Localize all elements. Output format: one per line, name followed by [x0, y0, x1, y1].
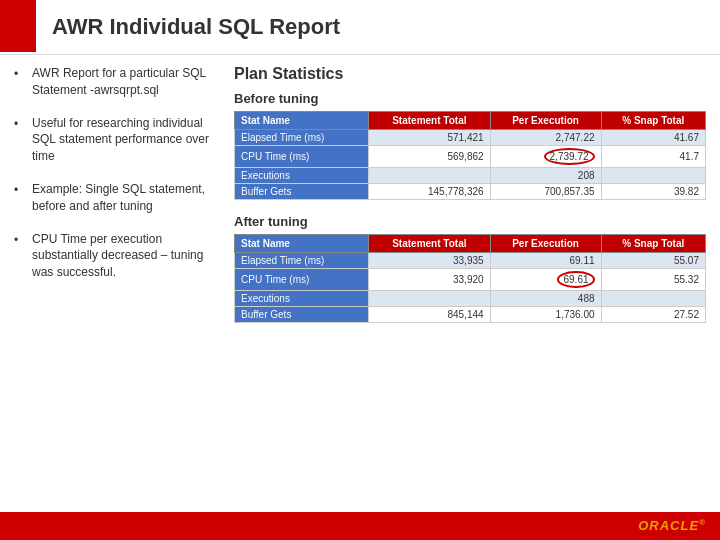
table-row: 41.7: [601, 146, 705, 168]
table-row: 55.32: [601, 269, 705, 291]
table-row: 2,739.72: [490, 146, 601, 168]
table-row: 2,747.22: [490, 130, 601, 146]
table-row: Executions: [235, 168, 369, 184]
oracle-logo: ORACLE®: [638, 518, 706, 533]
list-item: • Useful for researching individual SQL …: [14, 115, 214, 165]
before-tuning-subtitle: Before tuning: [234, 91, 706, 106]
bullet-text: AWR Report for a particular SQL Statemen…: [32, 65, 214, 99]
table-row: 208: [490, 168, 601, 184]
bullet-icon: •: [14, 232, 26, 281]
col-header-stmt-total: Statement Total: [369, 112, 490, 130]
right-panel: Plan Statistics Before tuning Stat Name …: [234, 65, 706, 337]
list-item: • AWR Report for a particular SQL Statem…: [14, 65, 214, 99]
table-row: 1,736.00: [490, 307, 601, 323]
footer-bar: ORACLE®: [0, 512, 720, 540]
table-row: Buffer Gets: [235, 307, 369, 323]
table-row: [601, 291, 705, 307]
table-row: CPU Time (ms): [235, 146, 369, 168]
table-row: 27.52: [601, 307, 705, 323]
page-title: AWR Individual SQL Report: [0, 0, 720, 55]
col-header-stmt-total-2: Statement Total: [369, 235, 490, 253]
table-row: 488: [490, 291, 601, 307]
table-row: 69.61: [490, 269, 601, 291]
col-header-stat-name-2: Stat Name: [235, 235, 369, 253]
table-row: [369, 168, 490, 184]
table-row: [601, 168, 705, 184]
bullet-icon: •: [14, 116, 26, 165]
bullet-icon: •: [14, 182, 26, 215]
table-row: [369, 291, 490, 307]
col-header-stat-name: Stat Name: [235, 112, 369, 130]
table-row: 55.07: [601, 253, 705, 269]
after-tuning-subtitle: After tuning: [234, 214, 706, 229]
table-row: 41.67: [601, 130, 705, 146]
table-row: CPU Time (ms): [235, 269, 369, 291]
col-header-per-exec-2: Per Execution: [490, 235, 601, 253]
after-tuning-table: Stat Name Statement Total Per Execution …: [234, 234, 706, 323]
col-header-per-exec: Per Execution: [490, 112, 601, 130]
table-row: 845,144: [369, 307, 490, 323]
table-row: 700,857.35: [490, 184, 601, 200]
table-row: 145,778,326: [369, 184, 490, 200]
table-row: Elapsed Time (ms): [235, 130, 369, 146]
col-header-snap-total-2: % Snap Total: [601, 235, 705, 253]
section-title: Plan Statistics: [234, 65, 706, 83]
before-tuning-table: Stat Name Statement Total Per Execution …: [234, 111, 706, 200]
table-row: 33,935: [369, 253, 490, 269]
table-row: 39.82: [601, 184, 705, 200]
bullet-text: Example: Single SQL statement, before an…: [32, 181, 214, 215]
content-area: • AWR Report for a particular SQL Statem…: [0, 55, 720, 347]
table-row: 69.11: [490, 253, 601, 269]
red-accent: [0, 0, 36, 52]
left-panel: • AWR Report for a particular SQL Statem…: [14, 65, 214, 337]
table-row: Executions: [235, 291, 369, 307]
col-header-snap-total: % Snap Total: [601, 112, 705, 130]
bullet-icon: •: [14, 66, 26, 99]
bullet-text: CPU Time per execution substantially dec…: [32, 231, 214, 281]
list-item: • Example: Single SQL statement, before …: [14, 181, 214, 215]
bullet-text: Useful for researching individual SQL st…: [32, 115, 214, 165]
list-item: • CPU Time per execution substantially d…: [14, 231, 214, 281]
table-row: Buffer Gets: [235, 184, 369, 200]
table-row: 571,421: [369, 130, 490, 146]
table-row: Elapsed Time (ms): [235, 253, 369, 269]
table-row: 569,862: [369, 146, 490, 168]
table-row: 33,920: [369, 269, 490, 291]
